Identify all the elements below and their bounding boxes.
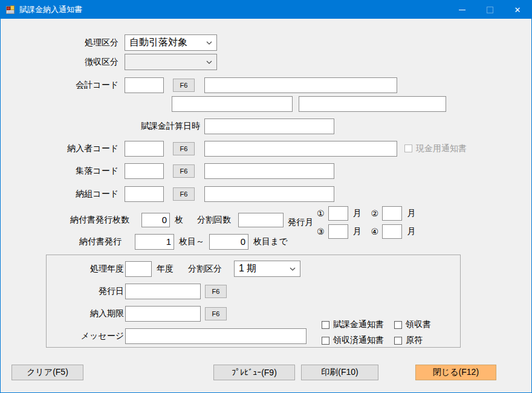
- split-count-input[interactable]: [238, 213, 284, 227]
- slip-issue-to-suffix: 枚目まで: [253, 236, 288, 247]
- issue-month-4-unit: 月: [407, 226, 415, 237]
- levy-calc-datetime-label: 賦課金計算日時: [1, 121, 200, 132]
- levy-notice-label: 賦課金通知書: [333, 319, 384, 330]
- close-window-button[interactable]: ✕: [504, 1, 531, 19]
- issue-date-f6-button[interactable]: F6: [205, 285, 227, 298]
- checkbox-icon: [322, 337, 329, 345]
- account-name-field[interactable]: [204, 77, 397, 93]
- minimize-icon: [459, 10, 465, 10]
- maximize-icon: [487, 7, 493, 13]
- issue-month-4-input[interactable]: [382, 224, 402, 239]
- village-code-input[interactable]: [125, 163, 164, 179]
- print-settings-groupbox: 処理年度 年度 分割区分 1 期 発行日 F6 納入期限 F6 メッセージ 賦課…: [46, 255, 461, 348]
- payment-deadline-label: 納入期限: [47, 308, 124, 319]
- print-button[interactable]: 印刷(F10): [301, 365, 378, 380]
- receipt-label: 領収書: [406, 319, 431, 330]
- issue-date-input[interactable]: [125, 284, 201, 299]
- maximize-button: [476, 1, 504, 19]
- slip-issue-label: 納付書発行: [1, 236, 122, 247]
- issue-date-label: 発行日: [47, 286, 124, 297]
- checkbox-icon: [394, 321, 402, 329]
- issue-month-1-unit: 月: [353, 208, 362, 219]
- checkbox-icon: [404, 145, 412, 152]
- levy-calc-datetime-field[interactable]: [204, 119, 334, 134]
- slip-issue-from-suffix: 枚目～: [179, 236, 204, 247]
- issue-month-2-unit: 月: [407, 208, 415, 219]
- stub-label: 原符: [406, 335, 423, 346]
- fiscal-year-label: 処理年度: [47, 264, 124, 274]
- app-icon: [5, 5, 15, 15]
- split-category-select[interactable]: 1 期: [234, 261, 300, 277]
- slip-issue-to-input[interactable]: [209, 234, 248, 250]
- payer-name-field[interactable]: [204, 141, 397, 157]
- payer-code-input[interactable]: [125, 141, 164, 157]
- chevron-down-icon: [206, 60, 212, 64]
- processing-category-value: 自動引落対象: [129, 36, 187, 49]
- issue-month-3-number: ③: [317, 227, 325, 236]
- receipt-done-notice-label: 領収済通知書: [333, 335, 384, 346]
- issue-month-group: 発行月 ① 月 ② 月 ③ 月 ④ 月: [288, 204, 415, 241]
- checkbox-icon: [322, 321, 329, 329]
- receipt-checkbox[interactable]: 領収書: [394, 319, 431, 330]
- cash-notice-checkbox: 現金用通知書: [404, 143, 467, 154]
- village-name-field[interactable]: [204, 163, 334, 179]
- account-sub-field-1[interactable]: [172, 96, 293, 112]
- village-code-label: 集落コード: [1, 166, 118, 177]
- split-category-label: 分割区分: [188, 264, 222, 274]
- receipt-done-notice-checkbox[interactable]: 領収済通知書: [322, 335, 384, 346]
- account-code-input[interactable]: [125, 77, 164, 93]
- collection-category-label: 徴収区分: [1, 57, 118, 68]
- slip-count-label: 納付書発行枚数: [1, 215, 129, 226]
- levy-notice-checkbox[interactable]: 賦課金通知書: [322, 319, 384, 330]
- cash-notice-label: 現金用通知書: [416, 143, 467, 154]
- payment-deadline-f6-button[interactable]: F6: [205, 307, 227, 320]
- payer-f6-button[interactable]: F6: [173, 142, 195, 155]
- processing-category-select[interactable]: 自動引落対象: [125, 34, 217, 51]
- union-code-label: 納組コード: [1, 189, 118, 200]
- window-title: 賦課金納入通知書: [19, 4, 448, 15]
- titlebar: 賦課金納入通知書 ✕: [1, 1, 531, 19]
- chevron-down-icon: [290, 267, 296, 271]
- union-f6-button[interactable]: F6: [173, 187, 195, 201]
- slip-issue-from-input[interactable]: [135, 234, 174, 250]
- app-window: 賦課金納入通知書 ✕ 処理区分 自動引落対象 徴収区分 会計コード F6 賦課金…: [0, 0, 532, 393]
- fiscal-year-unit: 年度: [157, 264, 174, 274]
- union-code-input[interactable]: [125, 186, 164, 202]
- checkbox-icon: [394, 337, 402, 345]
- account-code-label: 会計コード: [1, 80, 118, 91]
- minimize-button[interactable]: [448, 1, 476, 19]
- issue-month-3-input[interactable]: [328, 224, 348, 239]
- split-category-value: 1 期: [239, 262, 256, 275]
- slip-count-field: [141, 213, 170, 227]
- processing-category-label: 処理区分: [1, 37, 118, 48]
- close-button[interactable]: 閉じる(F12): [415, 365, 496, 380]
- close-icon: ✕: [514, 6, 521, 14]
- issue-month-3-unit: 月: [353, 226, 362, 237]
- issue-month-1-input[interactable]: [328, 206, 348, 221]
- issue-month-1-number: ①: [317, 209, 325, 218]
- slip-count-unit: 枚: [175, 215, 183, 226]
- fiscal-year-input[interactable]: [125, 261, 152, 277]
- issue-month-4-number: ④: [371, 227, 379, 236]
- message-label: メッセージ: [47, 331, 124, 342]
- preview-button[interactable]: ﾌﾟﾚﾋﾞｭｰ(F9): [213, 365, 295, 380]
- clear-button[interactable]: クリア(F5): [11, 365, 83, 380]
- account-f6-button[interactable]: F6: [173, 79, 195, 92]
- union-name-field[interactable]: [204, 186, 334, 202]
- issue-month-2-number: ②: [371, 209, 379, 218]
- payer-code-label: 納入者コード: [1, 143, 118, 154]
- payment-deadline-input[interactable]: [125, 306, 201, 322]
- collection-category-select[interactable]: [125, 54, 217, 70]
- stub-checkbox[interactable]: 原符: [394, 335, 423, 346]
- account-sub-field-2[interactable]: [299, 96, 446, 112]
- village-f6-button[interactable]: F6: [173, 164, 195, 178]
- issue-month-label: 発行月: [288, 217, 313, 228]
- issue-month-2-input[interactable]: [382, 206, 402, 221]
- message-input[interactable]: [125, 328, 307, 344]
- split-count-label: 分割回数: [197, 215, 231, 226]
- chevron-down-icon: [206, 41, 212, 45]
